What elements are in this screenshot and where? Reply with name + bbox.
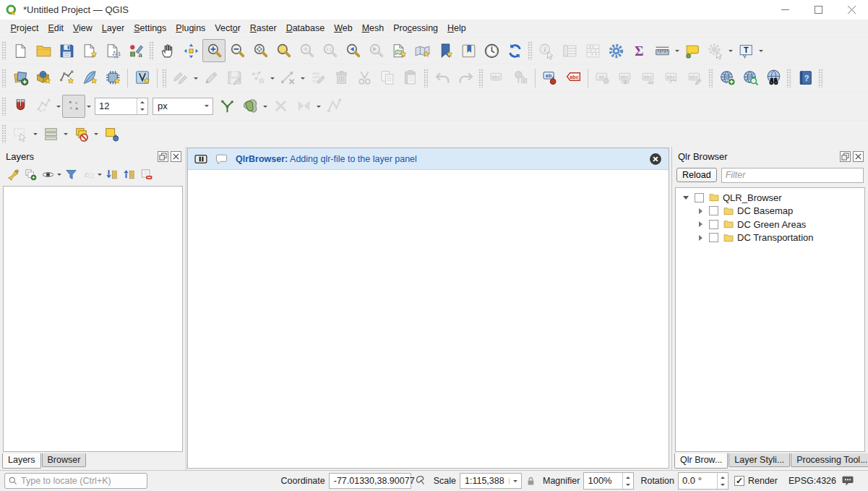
tab-layers[interactable]: Layers: [2, 453, 41, 469]
remove-layer-button[interactable]: [137, 166, 155, 183]
message-close-button[interactable]: [648, 152, 663, 166]
data-source-manager-button[interactable]: [9, 67, 32, 90]
toolbar-grip[interactable]: [708, 69, 713, 87]
zoom-full-button[interactable]: [249, 39, 272, 62]
save-layer-edits-button[interactable]: [223, 67, 246, 90]
tab-browser[interactable]: Browser: [42, 453, 87, 467]
layer-labeling-button[interactable]: abc: [486, 67, 509, 90]
filter-by-expression-dropdown[interactable]: [97, 166, 103, 183]
pin-labels-button[interactable]: ab: [538, 67, 562, 90]
redo-button[interactable]: [454, 67, 477, 90]
menu-view[interactable]: View: [68, 21, 97, 35]
crs-label[interactable]: EPSG:4326: [788, 476, 836, 486]
menu-edit[interactable]: Edit: [43, 21, 69, 35]
select-by-value-dropdown[interactable]: [62, 122, 69, 145]
new-virtual-layer-button[interactable]: [131, 67, 154, 90]
tab-qlr-brow[interactable]: Qlr Brow...: [674, 453, 728, 469]
snapping-type-dropdown[interactable]: [85, 95, 93, 118]
filter-input[interactable]: [721, 168, 864, 183]
message-panel-icon[interactable]: [194, 152, 208, 166]
tab-layer-styli[interactable]: Layer Styli...: [729, 453, 790, 467]
map-canvas[interactable]: QlrBrowser: Adding qlr-file to the layer…: [187, 148, 669, 469]
topological-editing-button[interactable]: [215, 95, 239, 118]
filter-by-expression-button[interactable]: ε: [80, 166, 97, 183]
render-checkbox[interactable]: ✓: [734, 476, 744, 486]
pin-unpin-labels-button[interactable]: ab: [591, 67, 614, 90]
search-layers-button[interactable]: [762, 67, 785, 90]
maximize-button[interactable]: [802, 0, 835, 20]
new-bookmark-button[interactable]: [434, 39, 457, 62]
vertex-tool-button[interactable]: [276, 67, 299, 90]
tab-processing-tool[interactable]: Processing Tool...: [791, 453, 868, 467]
toolbar-grip[interactable]: [162, 69, 167, 87]
zoom-native-button[interactable]: 1:1: [318, 39, 341, 62]
tree-checkbox[interactable]: [709, 233, 718, 242]
toolbar-grip[interactable]: [149, 41, 154, 60]
self-snapping-dropdown[interactable]: [315, 95, 322, 118]
locate-search[interactable]: Type to locate (Ctrl+K): [4, 473, 147, 489]
qlr-panel-float-button[interactable]: [840, 151, 851, 162]
highlight-pinned-labels-button[interactable]: abc: [562, 67, 585, 90]
enable-snapping-button[interactable]: [9, 95, 32, 118]
toolbar-grip[interactable]: [818, 69, 823, 87]
manage-visibility-dropdown[interactable]: [56, 166, 62, 183]
qlr-panel-close-button[interactable]: [853, 151, 864, 162]
avoid-overlap-dropdown[interactable]: [262, 95, 269, 118]
toolbar-grip[interactable]: [1, 41, 7, 60]
measure-button[interactable]: [650, 39, 674, 62]
menu-layer[interactable]: Layer: [97, 21, 129, 35]
metasearch-button[interactable]: [739, 67, 762, 90]
menu-vector[interactable]: Vector: [210, 21, 245, 35]
vertex-tool-dropdown[interactable]: [299, 67, 306, 90]
snapping-mode-button[interactable]: [32, 95, 55, 118]
menu-project[interactable]: Project: [6, 21, 43, 35]
select-by-value-button[interactable]: [39, 122, 62, 145]
toolbar-grip[interactable]: [424, 69, 429, 87]
style-manager-button[interactable]: a: [124, 39, 147, 62]
select-features-dropdown[interactable]: [32, 122, 39, 145]
tree-checkbox[interactable]: [709, 206, 718, 215]
pan-to-selection-button[interactable]: [179, 39, 202, 62]
menu-database[interactable]: Database: [281, 21, 330, 35]
modify-attributes-button[interactable]: [306, 67, 330, 90]
magnifier-spinbox[interactable]: 100%: [583, 472, 634, 490]
tree-expander[interactable]: [680, 193, 692, 202]
tree-expander[interactable]: [695, 208, 706, 214]
digitize-button[interactable]: [246, 67, 269, 90]
snap-unit-combo[interactable]: px: [152, 98, 213, 115]
avoid-overlap-button[interactable]: [239, 95, 262, 118]
zoom-last-button[interactable]: [341, 39, 364, 62]
zoom-to-layer-button[interactable]: [295, 39, 318, 62]
toolbar-grip[interactable]: [478, 69, 484, 87]
run-feature-action-button[interactable]: [704, 39, 727, 62]
open-project-button[interactable]: [32, 39, 55, 62]
refresh-button[interactable]: [503, 39, 526, 62]
lock-scale-icon[interactable]: [525, 475, 537, 487]
menu-raster[interactable]: Raster: [245, 21, 281, 35]
expand-all-button[interactable]: [103, 166, 120, 183]
filter-legend-button[interactable]: [62, 166, 80, 183]
new-print-layout-button[interactable]: [78, 39, 101, 62]
move-label-button[interactable]: abc: [637, 67, 661, 90]
toolbar-grip[interactable]: [1, 69, 7, 87]
pan-map-button[interactable]: [156, 39, 179, 62]
self-snapping-button[interactable]: [292, 95, 315, 118]
new-map-view-button[interactable]: [387, 39, 411, 62]
snapping-mode-dropdown[interactable]: [55, 95, 62, 118]
coordinate-input[interactable]: -77.01330,38.90077: [329, 473, 411, 489]
open-layer-styling-button[interactable]: [4, 166, 22, 183]
digitize-dropdown[interactable]: [269, 67, 276, 90]
paste-features-button[interactable]: [399, 67, 422, 90]
current-edits-dropdown[interactable]: [192, 67, 199, 90]
open-attribute-table-button[interactable]: [558, 39, 581, 62]
snap-tolerance-spinbox[interactable]: 12: [95, 98, 148, 115]
new-shapefile-layer-button[interactable]: [55, 67, 78, 90]
menu-settings[interactable]: Settings: [129, 21, 171, 35]
menu-processing[interactable]: Processing: [389, 21, 443, 35]
tree-item-dc-transportation[interactable]: DC Transportation: [679, 231, 864, 245]
snap-on-intersection-button[interactable]: [269, 95, 292, 118]
show-bookmarks-button[interactable]: [457, 39, 480, 62]
manage-visibility-button[interactable]: [39, 166, 56, 183]
new-spatialite-layer-button[interactable]: [78, 67, 101, 90]
layers-panel-float-button[interactable]: [158, 151, 168, 162]
